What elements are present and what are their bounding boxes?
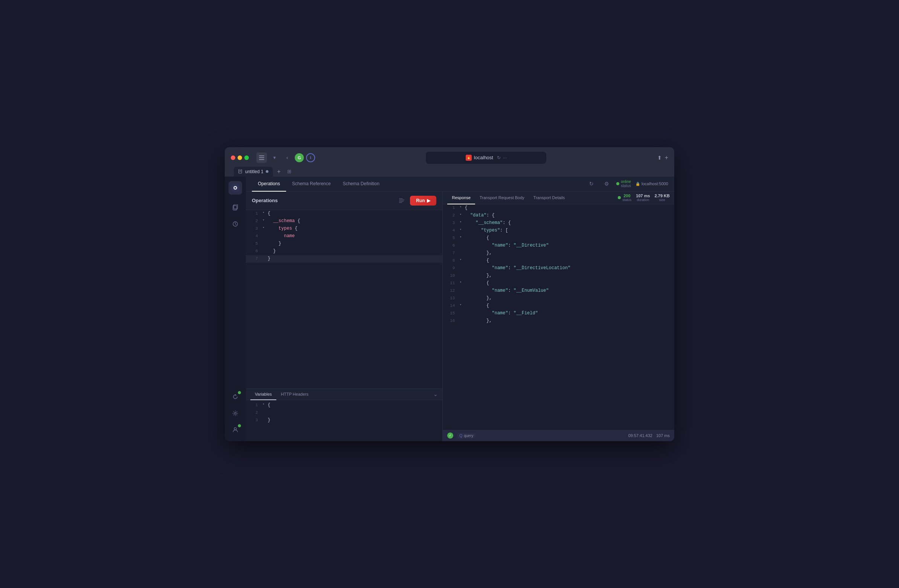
- resp-tab-transport-details[interactable]: Transport Details: [529, 191, 569, 204]
- refresh-icon-btn[interactable]: ↻: [586, 178, 597, 189]
- new-tab-add-button[interactable]: +: [275, 167, 283, 176]
- status-query-badge: Q query: [457, 433, 476, 438]
- code-line-2: 2 ▾ __schema {: [246, 218, 442, 225]
- status-timestamp: 09:57:41.432: [628, 433, 652, 438]
- resp-line-4: 4 ▾ "types": [: [443, 227, 674, 235]
- vars-tabs: Variables HTTP Headers ⌄: [246, 389, 442, 400]
- settings-icon-btn[interactable]: ⚙: [601, 178, 612, 189]
- back-button[interactable]: ‹: [282, 153, 292, 163]
- format-icon-btn[interactable]: [396, 195, 407, 206]
- new-tab-icon[interactable]: +: [665, 154, 668, 161]
- duration-label: duration: [637, 198, 649, 202]
- file-icon: [238, 170, 243, 174]
- g-icon: G: [295, 153, 304, 162]
- status-online-label: online: [621, 179, 631, 184]
- vars-tab-variables[interactable]: Variables: [250, 389, 276, 400]
- tab-schema-definition[interactable]: Schema Definition: [337, 176, 385, 191]
- resp-tab-response[interactable]: Response: [447, 191, 475, 204]
- left-split: Operations Run ▶: [246, 191, 443, 441]
- svg-point-12: [235, 412, 236, 414]
- duration-stat: 107 ms duration: [636, 193, 650, 202]
- vars-tab-http-headers[interactable]: HTTP Headers: [276, 389, 313, 400]
- size-value: 2.79 KB: [655, 193, 670, 198]
- status-ok-icon: ✓: [447, 432, 453, 438]
- svg-rect-1: [259, 157, 264, 158]
- operations-code-editor[interactable]: 1 ▾ { 2 ▾ __schema { 3 ▾ types: [246, 210, 442, 389]
- resp-line-12: 12 "name": "__EnumValue": [443, 287, 674, 295]
- resp-line-14: 14 ▾ {: [443, 302, 674, 310]
- address-bar-wrap: 🔥 localhost ↻ ···: [320, 152, 653, 164]
- reload-icon[interactable]: ↻: [497, 155, 501, 161]
- sidebar-toggle-chevron[interactable]: ▾: [269, 153, 280, 163]
- resp-line-5: 5 ▾ {: [443, 235, 674, 242]
- url-display: localhost: [474, 155, 493, 161]
- address-bar[interactable]: 🔥 localhost ↻ ···: [426, 152, 546, 164]
- ops-actions: Run ▶: [396, 195, 436, 206]
- status-code-label: status: [622, 198, 631, 202]
- svg-rect-0: [259, 156, 264, 156]
- ops-header: Operations Run ▶: [246, 191, 442, 210]
- status-code-stat: 200 status: [622, 193, 631, 202]
- browser-tabs-bar: untitled 1 + ⊞: [231, 167, 668, 176]
- variables-code-editor[interactable]: 1 ▾ { 2 3: [246, 400, 442, 441]
- favicon: 🔥: [466, 155, 472, 161]
- panel-tab-actions: ↻ ⚙ online status 🔒 localhost:5000: [586, 178, 668, 189]
- resp-stats: 200 status 107 ms duration 2.79 KB size: [618, 193, 670, 202]
- code-line-7: 7 }: [246, 255, 442, 263]
- svg-rect-15: [399, 199, 404, 200]
- close-button[interactable]: [231, 156, 235, 160]
- browser-titlebar: ▾ ‹ G ℹ 🔥 localhost ↻ ··· ⬆ +: [231, 152, 668, 164]
- resp-line-7: 7 },: [443, 250, 674, 257]
- code-line-6: 6 }: [246, 248, 442, 255]
- app-logo: [229, 181, 242, 194]
- info-icon: ℹ: [306, 153, 315, 162]
- resp-line-9: 9 "name": "__DirectiveLocation": [443, 265, 674, 272]
- code-line-5: 5 }: [246, 240, 442, 248]
- vars-line-3: 3 }: [246, 417, 442, 424]
- sidebar-icons: [225, 176, 246, 441]
- run-icon: ▶: [427, 198, 430, 203]
- panel-tabs: Operations Schema Reference Schema Defin…: [246, 176, 674, 191]
- resp-line-2: 2 ▾ "data": {: [443, 212, 674, 219]
- sidebar-sync-icon[interactable]: [229, 390, 242, 404]
- status-code-group: 200 status: [618, 193, 631, 202]
- endpoint-url: localhost:5000: [641, 181, 668, 186]
- svg-rect-16: [399, 201, 403, 202]
- resp-line-11: 11 ▾ {: [443, 280, 674, 287]
- sidebar-settings-icon[interactable]: [229, 407, 242, 420]
- more-options-icon[interactable]: ···: [503, 155, 507, 161]
- tab-grid-icon[interactable]: ⊞: [285, 167, 294, 176]
- status-duration: 107 ms: [656, 433, 670, 438]
- run-label: Run: [416, 198, 425, 203]
- size-stat: 2.79 KB size: [655, 193, 670, 202]
- sidebar-copy-icon[interactable]: [229, 201, 242, 214]
- tab-schema-reference[interactable]: Schema Reference: [286, 176, 337, 191]
- resp-status-dot: [618, 196, 621, 199]
- resp-line-15: 15 "name": "__Field": [443, 310, 674, 317]
- status-bar: ✓ Q query 09:57:41.432 107 ms: [443, 430, 674, 441]
- vars-line-1: 1 ▾ {: [246, 402, 442, 409]
- sidebar-toggle-button[interactable]: [256, 153, 267, 163]
- tab-operations[interactable]: Operations: [252, 176, 286, 191]
- run-button[interactable]: Run ▶: [410, 196, 436, 205]
- browser-tab-label: untitled 1: [245, 169, 264, 174]
- share-icon[interactable]: ⬆: [657, 155, 662, 161]
- resp-line-10: 10 },: [443, 272, 674, 280]
- tab-unsaved-dot: [266, 170, 269, 173]
- resp-tab-transport-body[interactable]: Transport Request Body: [475, 191, 529, 204]
- maximize-button[interactable]: [244, 156, 249, 160]
- minimize-button[interactable]: [238, 156, 242, 160]
- operations-title: Operations: [252, 198, 278, 203]
- duration-value: 107 ms: [636, 193, 650, 198]
- variables-panel: Variables HTTP Headers ⌄ 1 ▾ { 2: [246, 389, 442, 441]
- resp-line-1: 1 ▾ {: [443, 204, 674, 212]
- query-icon: Q: [459, 434, 462, 438]
- status-indicator: online status: [616, 179, 631, 188]
- vars-line-2: 2: [246, 409, 442, 417]
- browser-tab-untitled[interactable]: untitled 1: [234, 167, 273, 176]
- sidebar-history-icon[interactable]: [229, 217, 242, 231]
- sidebar-user-icon[interactable]: [229, 423, 242, 437]
- status-online-dot: [616, 182, 619, 185]
- sidebar-bottom: [229, 390, 242, 437]
- vars-collapse-icon[interactable]: ⌄: [433, 391, 438, 397]
